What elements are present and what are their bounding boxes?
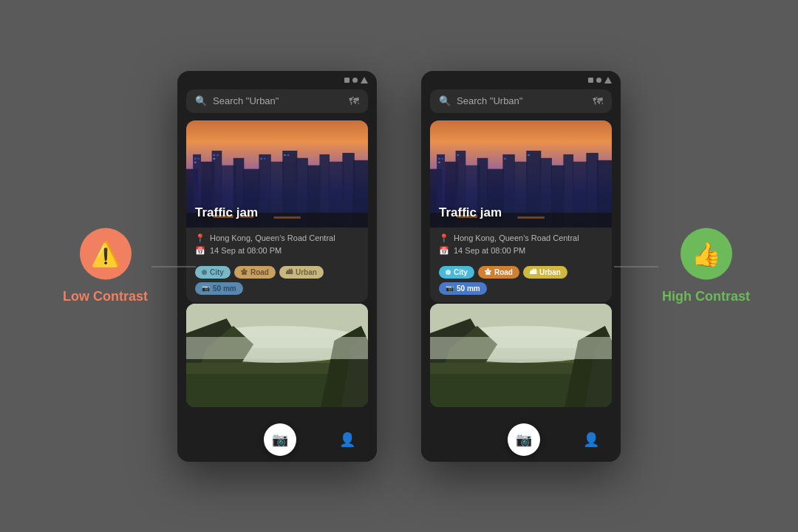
right-status-square [588, 78, 593, 83]
svg-rect-20 [216, 154, 219, 156]
left-tag-road[interactable]: 🛣 Road [234, 266, 276, 279]
right-card-image: Traffic jam [430, 120, 612, 228]
left-search-bar[interactable]: 🔍 Search "Urban" 🗺 [186, 89, 368, 113]
right-bottom-card [430, 304, 612, 407]
svg-rect-29 [273, 216, 300, 219]
right-tag-road[interactable]: 🛣 Road [478, 266, 519, 279]
left-location-icon: 📍 [195, 233, 205, 243]
svg-rect-25 [287, 154, 290, 156]
right-card-meta: 📍 Hong Kong, Queen's Road Central 📅 14 S… [430, 228, 612, 262]
right-status-signal [604, 77, 612, 83]
left-bottom-card [186, 304, 368, 407]
warning-icon-circle: ⚠️ [80, 228, 132, 280]
low-contrast-label-area: ⚠️ Low Contrast [63, 228, 148, 304]
svg-rect-19 [213, 154, 215, 156]
right-location-icon: 📍 [439, 233, 449, 243]
right-map-icon: 🗺 [593, 95, 603, 107]
left-phone-frame: 🔍 Search "Urban" 🗺 [177, 71, 377, 462]
status-square [344, 78, 349, 83]
svg-rect-55 [438, 158, 440, 160]
right-side: 👍 High Contrast 🔍 Search "Urban" 🗺 [421, 71, 621, 462]
left-camera-icon: 📷 [272, 432, 288, 448]
svg-rect-16 [194, 158, 197, 160]
status-signal [361, 77, 368, 83]
right-tag-road-icon: 🛣 [485, 268, 491, 276]
right-phone-frame: 🔍 Search "Urban" 🗺 [421, 71, 621, 462]
right-camera-icon: 📷 [516, 432, 532, 448]
left-side: ⚠️ Low Contrast 🔍 Search "Urban" 🗺 [177, 71, 377, 462]
svg-rect-22 [260, 158, 262, 160]
left-tag-urban[interactable]: 🏙 Urban [279, 266, 324, 279]
left-tag-city-dot [202, 270, 207, 275]
left-bottom-nav: 📷 👤 [177, 416, 377, 462]
left-tags-row: City 🛣 Road 🏙 Urban 📷 50 mm [186, 262, 368, 302]
svg-rect-57 [438, 162, 440, 163]
thumbsup-icon: 👍 [692, 240, 721, 268]
left-card-image: Traffic jam [186, 120, 368, 228]
left-tag-urban-icon: 🏙 [286, 268, 293, 276]
right-tag-mm-icon: 📷 [446, 284, 454, 292]
right-search-text: Search "Urban" [457, 95, 587, 106]
left-profile-icon[interactable]: 👤 [339, 432, 355, 448]
svg-rect-56 [441, 158, 443, 160]
right-tag-mm[interactable]: 📷 50 mm [439, 282, 487, 295]
right-meta-date-row: 📅 14 Sep at 08:00 PM [439, 246, 603, 256]
comparison-container: ⚠️ Low Contrast 🔍 Search "Urban" 🗺 [177, 71, 621, 462]
left-meta-date-row: 📅 14 Sep at 08:00 PM [195, 246, 359, 256]
right-profile-icon[interactable]: 👤 [583, 432, 599, 448]
high-contrast-label-area: 👍 High Contrast [662, 228, 750, 304]
left-landscape-svg [186, 304, 368, 407]
right-meta-location-row: 📍 Hong Kong, Queen's Road Central [439, 233, 603, 243]
left-location-text: Hong Kong, Queen's Road Central [210, 233, 335, 242]
svg-rect-38 [186, 337, 368, 359]
right-tags-row: City 🛣 Road 🏙 Urban 📷 50 mm [430, 262, 612, 302]
right-date-text: 14 Sep at 08:00 PM [454, 246, 525, 255]
right-status-bar [421, 71, 621, 86]
left-camera-button[interactable]: 📷 [264, 423, 296, 456]
right-card-title: Traffic jam [439, 205, 502, 220]
left-card-title: Traffic jam [195, 205, 258, 220]
right-tag-city-dot [446, 270, 451, 275]
left-meta-location-row: 📍 Hong Kong, Queen's Road Central [195, 233, 359, 243]
left-search-icon: 🔍 [195, 95, 207, 106]
svg-rect-59 [504, 158, 506, 160]
left-bottom-image [186, 304, 368, 407]
right-bottom-image [430, 304, 612, 407]
svg-rect-63 [517, 216, 544, 219]
low-contrast-label: Low Contrast [63, 289, 148, 304]
left-tag-city[interactable]: City [195, 266, 231, 279]
left-connector-line [151, 266, 196, 267]
right-landscape-svg [430, 304, 612, 407]
right-camera-button[interactable]: 📷 [508, 423, 540, 456]
svg-rect-21 [213, 158, 215, 160]
right-tag-urban-icon: 🏙 [530, 268, 536, 276]
right-search-bar[interactable]: 🔍 Search "Urban" 🗺 [430, 89, 612, 113]
svg-rect-72 [430, 337, 612, 359]
right-status-dot [596, 78, 601, 83]
left-card: Traffic jam 📍 Hong Kong, Queen's Road Ce… [186, 120, 368, 302]
right-connector-line [614, 266, 658, 267]
left-search-text: Search "Urban" [213, 95, 343, 106]
right-calendar-icon: 📅 [439, 246, 449, 256]
left-map-icon: 🗺 [349, 95, 359, 107]
svg-rect-58 [457, 154, 459, 156]
svg-rect-24 [284, 154, 286, 156]
left-date-text: 14 Sep at 08:00 PM [210, 246, 282, 255]
status-dot [352, 78, 358, 83]
high-contrast-label: High Contrast [662, 289, 750, 304]
left-tag-mm[interactable]: 📷 50 mm [195, 282, 243, 295]
left-tag-mm-icon: 📷 [202, 284, 210, 292]
left-status-bar [177, 71, 377, 86]
svg-rect-18 [194, 162, 197, 163]
warning-icon: ⚠️ [91, 240, 120, 268]
left-card-meta: 📍 Hong Kong, Queen's Road Central 📅 14 S… [186, 228, 368, 262]
right-bottom-nav: 📷 👤 [421, 416, 621, 462]
success-icon-circle: 👍 [681, 228, 732, 280]
right-card: Traffic jam 📍 Hong Kong, Queen's Road Ce… [430, 120, 612, 302]
svg-rect-17 [197, 158, 200, 160]
right-tag-urban[interactable]: 🏙 Urban [523, 266, 567, 279]
left-tag-road-icon: 🛣 [241, 268, 248, 276]
right-tag-city[interactable]: City [439, 266, 474, 279]
left-calendar-icon: 📅 [195, 246, 205, 256]
svg-rect-60 [528, 154, 530, 156]
